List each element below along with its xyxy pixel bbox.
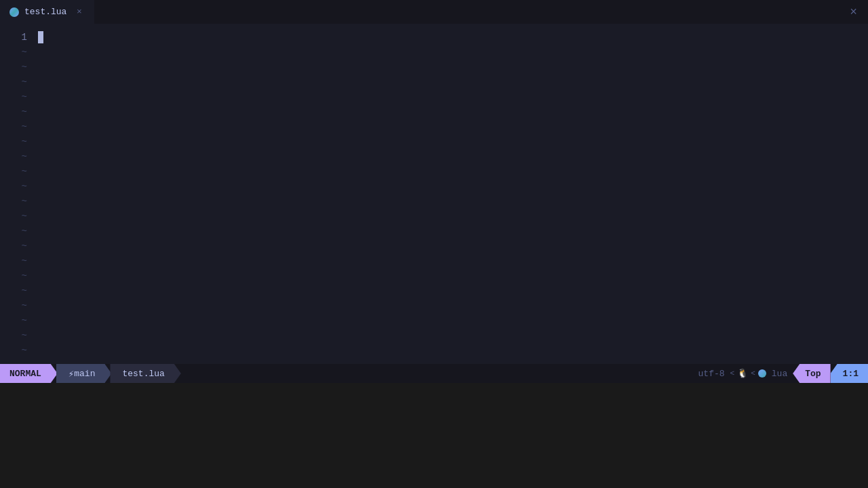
line-num-tilde-1: ~ (22, 45, 27, 60)
neovim-status-icon (758, 369, 766, 378)
line-num-tilde-19: ~ (22, 313, 27, 328)
status-linenum-section: 1:1 (831, 364, 868, 383)
neovim-icon (9, 7, 19, 17)
line-num-tilde-7: ~ (22, 134, 27, 149)
git-branch-label: main (74, 369, 95, 379)
line-numbers: 1 ~ ~ ~ ~ ~ ~ ~ ~ ~ ~ ~ ~ ~ ~ ~ ~ ~ ~ ~ … (0, 24, 35, 364)
line-num-tilde-12: ~ (22, 209, 27, 224)
line-num-tilde-9: ~ (22, 164, 27, 179)
line-num-tilde-15: ~ (22, 253, 27, 268)
line-num-tilde-10: ~ (22, 179, 27, 194)
line-num-tilde-21: ~ (22, 343, 27, 358)
status-top-section: Top (793, 364, 830, 383)
line-num-tilde-3: ~ (22, 75, 27, 89)
line-num-tilde-13: ~ (22, 224, 27, 239)
status-linenum-label: 1:1 (843, 369, 859, 379)
line-num-tilde-5: ~ (22, 104, 27, 119)
line-num-tilde-17: ~ (22, 283, 27, 298)
cursor (38, 31, 43, 43)
status-mode: NORMAL (0, 364, 58, 383)
line-num-tilde-2: ~ (22, 60, 27, 75)
status-middle: utf-8 < 🐧 < lua (181, 368, 793, 379)
mode-label: NORMAL (9, 369, 41, 379)
editor-content[interactable] (35, 24, 868, 364)
arrow-icon-2: < (751, 369, 755, 378)
tux-icon: 🐧 (737, 368, 748, 379)
status-top-label: Top (805, 369, 821, 379)
filetype-label: lua (772, 369, 787, 379)
tab-label: test.lua (24, 7, 66, 17)
line-num-tilde-16: ~ (22, 268, 27, 283)
line-num-tilde-18: ~ (22, 298, 27, 313)
tab-close-button[interactable]: × (74, 7, 85, 18)
tab-test-lua[interactable]: test.lua × (0, 0, 95, 24)
status-git-section: ⚡ main (56, 364, 112, 383)
status-filename-label: test.lua (122, 369, 164, 379)
editor-area: 1 ~ ~ ~ ~ ~ ~ ~ ~ ~ ~ ~ ~ ~ ~ ~ ~ ~ ~ ~ … (0, 24, 868, 364)
window-close-button[interactable]: × (850, 5, 857, 19)
line-num-tilde-8: ~ (22, 149, 27, 164)
line-num-1: 1 (22, 30, 27, 45)
bottom-bar (0, 383, 868, 488)
status-bar: NORMAL ⚡ main test.lua utf-8 < 🐧 < lua T… (0, 364, 868, 383)
tab-bar: test.lua × × (0, 0, 868, 24)
code-line-1 (38, 30, 868, 45)
git-icon: ⚡ (68, 368, 74, 380)
arrow-icon-1: < (730, 369, 735, 378)
encoding-label: utf-8 (698, 369, 725, 379)
line-num-tilde-14: ~ (22, 239, 27, 253)
line-num-tilde-20: ~ (22, 328, 27, 343)
status-filename-section: test.lua (110, 364, 180, 383)
line-num-tilde-6: ~ (22, 119, 27, 134)
line-num-tilde-4: ~ (22, 89, 27, 104)
line-num-tilde-11: ~ (22, 194, 27, 209)
